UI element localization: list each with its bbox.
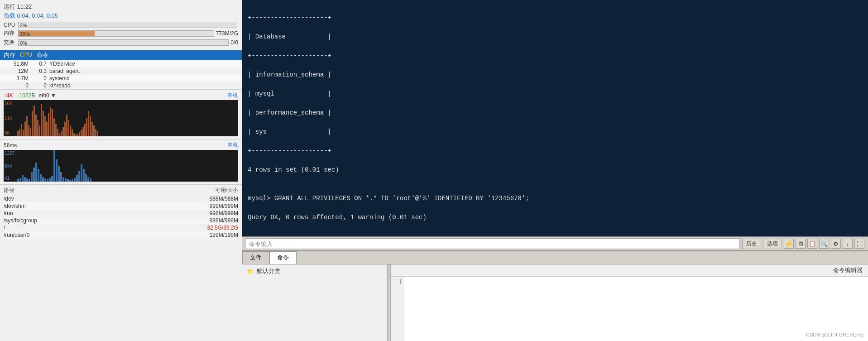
chart-bar <box>39 125 40 136</box>
chart-bar <box>59 133 60 136</box>
latency-local[interactable]: 本机 <box>227 141 238 149</box>
disk-row: /dev/shm 999M/999M <box>4 202 238 210</box>
lat-bar <box>51 176 53 182</box>
chart-bar <box>95 129 96 136</box>
cmd-editor-panel: 命令编辑器 1 <box>391 264 868 341</box>
disk-path-header: 路径 <box>4 187 184 194</box>
process-list: 51.8M 0.7 YDService 12M 0.3 barad_agent … <box>0 60 242 89</box>
disk-avail-header: 可用/大小 <box>184 187 238 194</box>
lat-bar <box>85 174 87 182</box>
cmd-editor-title: 命令编辑器 <box>391 264 868 277</box>
disk-section: 路径 可用/大小 /dev 988M/988M /dev/shm 999M/99… <box>0 184 242 341</box>
process-header: 内存 CPU 命令 <box>0 50 242 60</box>
bottom-panel: 文件 命令 📁 默认分类 命令编辑器 1 <box>242 250 868 341</box>
process-header-cmd[interactable]: 命令 <box>37 51 48 59</box>
chart-bar <box>24 122 26 136</box>
chart-bar <box>46 122 48 136</box>
lat-bar <box>31 172 33 182</box>
lat-bar <box>47 179 48 182</box>
lat-bar <box>40 174 42 182</box>
lat-bar <box>83 169 85 182</box>
download-icon[interactable]: ↓ <box>843 239 853 249</box>
disk-row: /dev 988M/988M <box>4 195 238 202</box>
terminal-line: 4 rows in set (0.01 sec) <box>248 165 863 175</box>
lat-bar <box>74 178 76 182</box>
terminal-line: | performance_schema | <box>248 108 863 118</box>
table-row: 51.8M 0.7 YDService <box>0 60 242 67</box>
lat-bar <box>22 175 24 182</box>
chart-bar <box>34 106 35 136</box>
net-iface[interactable]: eth0 ▼ <box>38 92 56 99</box>
cmd-category: 📁 默认分类 <box>242 264 387 278</box>
latency-section: 56ms 本机 1227 634 41 <box>0 139 242 184</box>
fullscreen-icon[interactable]: ⛶ <box>854 239 864 249</box>
panel-divider[interactable] <box>387 264 391 341</box>
terminal-input-bar: 历史 选项 ⚡ ⧉ 📋 🔍 ⚙ ↓ ⛶ <box>242 236 868 250</box>
history-button[interactable]: 历史 <box>742 239 761 249</box>
lightning-icon[interactable]: ⚡ <box>784 239 794 249</box>
lat-bar <box>60 172 62 182</box>
tab-file[interactable]: 文件 <box>242 251 269 264</box>
latency-ms: 56ms <box>4 142 17 149</box>
terminal-toolbar: 历史 选项 ⚡ ⧉ 📋 🔍 ⚙ ↓ ⛶ <box>742 239 864 249</box>
net-local[interactable]: 本机 <box>227 91 238 99</box>
chart-bar <box>90 116 91 136</box>
lat-bar <box>69 180 71 182</box>
disk-row: /run/user/0 199M/199M <box>4 231 238 239</box>
chart-bar <box>64 122 66 136</box>
copy-icon[interactable]: ⧉ <box>796 239 806 249</box>
cpu-value: 2% <box>20 22 27 29</box>
chart-bar <box>70 125 71 136</box>
options-button[interactable]: 选项 <box>763 239 782 249</box>
chart-bar <box>21 124 22 136</box>
line-number: 1 <box>391 279 402 285</box>
chart-bar <box>23 130 24 136</box>
bottom-content: 📁 默认分类 命令编辑器 1 <box>242 264 868 341</box>
lat-bar <box>38 169 39 182</box>
settings-icon[interactable]: ⚙ <box>831 239 841 249</box>
lat-bar <box>19 178 21 182</box>
editor-area[interactable] <box>404 277 868 341</box>
file-icon[interactable]: 📋 <box>807 239 817 249</box>
network-chart: 16K 11K 5K <box>4 100 238 136</box>
lat-bar <box>87 177 89 182</box>
chart-bar <box>52 109 53 136</box>
chart-bar <box>19 129 20 136</box>
lat-bar <box>65 178 67 182</box>
lat-bar <box>72 179 73 182</box>
chart-bar <box>93 125 95 136</box>
disk-row: /run 998M/999M <box>4 210 238 217</box>
net-up: ↑4K <box>4 92 13 99</box>
command-list-panel: 📁 默认分类 <box>242 264 387 341</box>
mem-label: 内存 <box>4 29 16 37</box>
lat-bar <box>29 179 30 182</box>
command-input[interactable] <box>246 238 739 249</box>
network-header: ↑4K ↓1022B eth0 ▼ 本机 <box>4 91 238 99</box>
search-icon[interactable]: 🔍 <box>819 239 829 249</box>
tab-command[interactable]: 命令 <box>269 251 297 264</box>
terminal-line: mysql> GRANT ALL PRIVILEGES ON *.* TO 'r… <box>248 194 863 203</box>
load: 负载 0.04, 0.04, 0.05 <box>4 12 238 20</box>
net-down: ↓1022B <box>17 92 35 99</box>
chart-bar <box>91 122 93 136</box>
line-numbers: 1 <box>391 277 404 341</box>
table-row: 3.7M 0 systemd <box>0 75 242 82</box>
mem-bar <box>19 31 95 36</box>
run-time: 运行 11:22 <box>4 3 238 11</box>
chart-bar <box>35 115 37 136</box>
terminal-area[interactable]: +--------------------+ | Database | +---… <box>242 0 868 236</box>
lat-bar <box>44 178 46 182</box>
lat-bar <box>56 159 58 182</box>
chart-bar <box>53 118 55 136</box>
terminal-line: +--------------------+ <box>248 146 863 156</box>
chart-bar <box>97 131 98 136</box>
process-header-mem[interactable]: 内存 <box>4 51 15 59</box>
lat-bar <box>78 171 80 182</box>
chart-bar <box>75 134 77 136</box>
terminal-line: | Database | <box>248 32 863 42</box>
process-header-cpu[interactable]: CPU <box>20 51 32 59</box>
chart-bar <box>41 104 42 136</box>
chart-bar <box>28 125 29 136</box>
cmd-category-label: 默认分类 <box>257 267 280 275</box>
chart-bar <box>79 132 80 136</box>
